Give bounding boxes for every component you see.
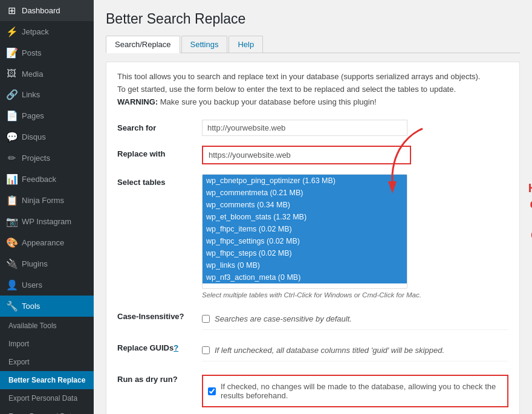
- sidebar-label-pages: Pages: [22, 111, 44, 120]
- select-tables-row: Select tables wp_cbnetpo_ping_optimizer …: [117, 169, 508, 303]
- users-icon: 👤: [6, 279, 17, 291]
- warning-text: WARNING: Make sure you backup your datab…: [117, 97, 508, 106]
- replace-guids-checkbox[interactable]: [202, 346, 210, 354]
- main-content: Better Search Replace Search/Replace Set…: [94, 0, 532, 414]
- dry-run-row: Run as dry run? If checked, no changes w…: [117, 366, 508, 412]
- description1: This tool allows you to search and repla…: [117, 72, 508, 81]
- plugins-icon: 🔌: [6, 258, 17, 270]
- table-option-2[interactable]: wp_comments (0.34 MB): [203, 199, 407, 211]
- dashboard-icon: ⊞: [6, 5, 17, 16]
- sidebar-item-better-search-replace[interactable]: Better Search Replace: [0, 371, 94, 389]
- sidebar-label-wp-instagram: WP Instagram: [22, 217, 71, 226]
- sidebar-item-plugins[interactable]: 🔌Plugins: [0, 253, 94, 274]
- table-option-6[interactable]: wp_fhpc_steps (0.02 MB): [203, 247, 407, 259]
- sidebar-item-feedback[interactable]: 📊Feedback: [0, 169, 94, 190]
- page-title: Better Search Replace: [106, 11, 520, 27]
- sidebar-item-pages[interactable]: 📄Pages: [0, 105, 94, 126]
- case-insensitive-checkbox[interactable]: [202, 315, 210, 323]
- case-insensitive-hint: Searches are case-sensitive by default.: [215, 314, 352, 323]
- sidebar-label-media: Media: [22, 70, 43, 79]
- sidebar-item-available-tools[interactable]: Available Tools: [0, 317, 94, 335]
- sidebar-label-plugins: Plugins: [22, 259, 48, 268]
- sidebar-label-users: Users: [22, 280, 42, 289]
- sidebar-item-export-personal[interactable]: Export Personal Data: [0, 389, 94, 407]
- case-insensitive-label: Case-Insensitive?: [117, 303, 202, 335]
- sidebar: ⊞Dashboard⚡Jetpack📝Posts🖼Media🔗Links📄Pag…: [0, 0, 94, 414]
- table-option-1[interactable]: wp_commentmeta (0.21 MB): [203, 187, 407, 199]
- sidebar-label-projects: Projects: [22, 154, 50, 163]
- sidebar-item-appearance[interactable]: 🎨Appearance: [0, 232, 94, 253]
- sidebar-item-export[interactable]: Export: [0, 353, 94, 371]
- sidebar-label-available-tools: Available Tools: [8, 322, 57, 330]
- sidebar-label-feedback: Feedback: [22, 175, 56, 184]
- sidebar-label-import: Import: [8, 340, 29, 348]
- sidebar-label-ninja-forms: Ninja Forms: [22, 196, 64, 205]
- case-insensitive-checkbox-row: Searches are case-sensitive by default.: [202, 308, 508, 330]
- feedback-icon: 📊: [6, 173, 17, 185]
- dry-run-label: Run as dry run?: [117, 366, 202, 412]
- sidebar-label-export-personal: Export Personal Data: [8, 394, 77, 403]
- description2: To get started, use the form below to en…: [117, 85, 508, 94]
- sidebar-item-jetpack[interactable]: ⚡Jetpack: [0, 21, 94, 42]
- appearance-icon: 🎨: [6, 237, 17, 248]
- guid-help-link[interactable]: ?: [174, 343, 178, 352]
- tab-settings[interactable]: Settings: [181, 36, 228, 53]
- links-icon: 🔗: [6, 89, 17, 100]
- sidebar-item-links[interactable]: 🔗Links: [0, 84, 94, 105]
- table-option-3[interactable]: wp_et_bloom_stats (1.32 MB): [203, 211, 407, 223]
- sidebar-item-ninja-forms[interactable]: 📋Ninja Forms: [0, 190, 94, 211]
- jetpack-icon: ⚡: [6, 26, 17, 37]
- replace-guids-checkbox-row: If left unchecked, all database columns …: [202, 340, 508, 361]
- sidebar-label-dashboard: Dashboard: [22, 6, 60, 15]
- pages-icon: 📄: [6, 110, 17, 121]
- table-option-7[interactable]: wp_links (0 MB): [203, 259, 407, 271]
- tab-help[interactable]: Help: [229, 36, 263, 53]
- ninja-forms-icon: 📋: [6, 195, 17, 206]
- sidebar-item-projects[interactable]: ✏Projects: [0, 147, 94, 169]
- sidebar-item-media[interactable]: 🖼Media: [0, 63, 94, 84]
- sidebar-label-disqus: Disqus: [22, 132, 46, 141]
- replace-with-input[interactable]: [204, 147, 409, 163]
- search-for-row: Search for: [117, 115, 508, 141]
- warning-label: WARNING:: [117, 97, 158, 106]
- sidebar-label-tools: Tools: [22, 302, 40, 311]
- search-for-input[interactable]: [202, 120, 407, 136]
- sidebar-item-tools[interactable]: 🔧Tools: [0, 296, 94, 317]
- search-for-label: Search for: [117, 115, 202, 141]
- table-option-0[interactable]: wp_cbnetpo_ping_optimizer (1.63 MB): [203, 175, 407, 187]
- content-area: This tool allows you to search and repla…: [106, 62, 520, 414]
- dry-run-checkbox[interactable]: [208, 387, 216, 395]
- replace-guids-label: Replace GUIDs?: [117, 335, 202, 366]
- table-option-8[interactable]: wp_nf3_action_meta (0 MB): [203, 271, 407, 283]
- replace-guids-hint: If left unchecked, all database columns …: [215, 346, 444, 355]
- table-section: wp_cbnetpo_ping_optimizer (1.63 MB)wp_co…: [202, 174, 508, 299]
- sidebar-label-posts: Posts: [22, 48, 42, 57]
- dry-run-checkbox-row: If checked, no changes will be made to t…: [202, 375, 508, 407]
- sidebar-item-posts[interactable]: 📝Posts: [0, 42, 94, 63]
- wp-instagram-icon: 📷: [6, 216, 17, 227]
- sidebar-item-users[interactable]: 👤Users: [0, 274, 94, 296]
- replace-with-row: Replace with: [117, 141, 508, 169]
- sidebar-item-disqus[interactable]: 💬Disqus: [0, 126, 94, 147]
- tabs-container: Search/Replace Settings Help: [106, 36, 520, 53]
- form-table: Search for Replace with Select tables: [117, 115, 508, 412]
- sidebar-label-appearance: Appearance: [22, 238, 64, 247]
- sidebar-item-import[interactable]: Import: [0, 335, 94, 353]
- replace-guids-row: Replace GUIDs? If left unchecked, all da…: [117, 335, 508, 366]
- sidebar-item-dashboard[interactable]: ⊞Dashboard: [0, 0, 94, 21]
- sidebar-item-erase-personal[interactable]: Erase Personal Data: [0, 407, 94, 414]
- tools-icon: 🔧: [6, 300, 17, 312]
- table-option-5[interactable]: wp_fhpc_settings (0.02 MB): [203, 235, 407, 247]
- warning-detail: Make sure you backup your database befor…: [158, 97, 376, 106]
- dry-run-hint: If checked, no changes will be made to t…: [221, 382, 502, 400]
- replace-with-label: Replace with: [117, 141, 202, 169]
- select-hint: Select multiple tables with Ctrl-Click f…: [202, 291, 508, 299]
- select-tables-label: Select tables: [117, 169, 202, 303]
- tab-search-replace[interactable]: Search/Replace: [106, 36, 180, 53]
- sidebar-label-better-search-replace: Better Search Replace: [8, 376, 85, 384]
- media-icon: 🖼: [6, 68, 17, 79]
- table-option-4[interactable]: wp_fhpc_items (0.02 MB): [203, 223, 407, 235]
- projects-icon: ✏: [6, 152, 17, 164]
- sidebar-item-wp-instagram[interactable]: 📷WP Instagram: [0, 211, 94, 232]
- tables-select[interactable]: wp_cbnetpo_ping_optimizer (1.63 MB)wp_co…: [202, 174, 407, 289]
